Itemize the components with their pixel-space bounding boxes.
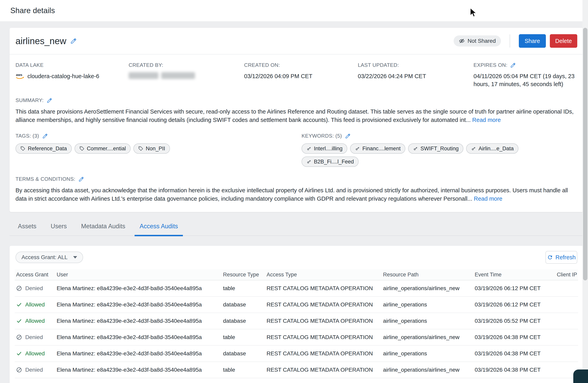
resource-type-cell: database: [223, 318, 267, 324]
col-user: User: [57, 272, 223, 278]
refresh-icon: [547, 254, 553, 260]
access-grant-label: Allowed: [25, 350, 45, 357]
event-time-cell: 03/19/2026 04:38 PM CET: [475, 334, 557, 340]
svg-text:aws: aws: [16, 73, 22, 77]
edit-summary-icon[interactable]: [47, 98, 52, 103]
denied-icon: [16, 367, 22, 373]
access-grant-cell: Allowed: [16, 301, 57, 308]
access-type-cell: REST CATALOG METADATA OPERATION: [267, 285, 383, 292]
allowed-icon: [16, 302, 22, 308]
delete-button[interactable]: Delete: [550, 34, 577, 48]
event-time-cell: 03/19/2026 06:12 PM CET: [475, 285, 557, 292]
resource-path-cell: airline_operations: [383, 318, 475, 324]
aws-logo-icon: aws: [16, 73, 25, 80]
tab-users[interactable]: Users: [46, 223, 72, 235]
access-grant-cell: Denied: [16, 285, 57, 292]
event-time-cell: 03/19/2026 04:38 PM CET: [475, 367, 557, 373]
table-row: Denied Elena Martinez: e8a4239e-e3e2-4d3…: [15, 362, 578, 378]
refresh-button[interactable]: Refresh: [546, 251, 577, 264]
col-event-time: Event Time: [475, 272, 557, 278]
access-grant-label: Allowed: [25, 318, 45, 324]
resource-path-cell: airline_operations/airlines_new: [383, 334, 475, 340]
tag-icon: [20, 146, 25, 151]
summary-read-more-link[interactable]: Read more: [472, 117, 501, 123]
access-grant-label: Denied: [25, 334, 43, 340]
access-type-cell: REST CATALOG METADATA OPERATION: [267, 301, 383, 308]
tag-chip: Non_PII: [133, 143, 170, 154]
data-lake-label: DATA LAKE: [16, 62, 129, 68]
access-type-cell: REST CATALOG METADATA OPERATION: [267, 367, 383, 373]
keyword-chip-label: Airlin....e_Data: [479, 146, 514, 152]
event-time-cell: 03/19/2026 06:12 PM CET: [475, 301, 557, 308]
keyword-chip-label: Interl....illing: [314, 146, 342, 152]
data-lake-value: cloudera-catalog-hue-lake-6: [27, 72, 99, 80]
user-cell: Elena Martinez: e8a4239e-e3e2-4d3f-ba8d-…: [57, 350, 223, 357]
edit-name-icon[interactable]: [70, 38, 77, 44]
share-button[interactable]: Share: [519, 34, 546, 48]
edit-terms-icon[interactable]: [79, 176, 84, 182]
tab-access-audits[interactable]: Access Audits: [135, 223, 183, 235]
allowed-icon: [16, 318, 22, 324]
created-by-field: CREATED BY:: [129, 62, 244, 88]
access-type-cell: REST CATALOG METADATA OPERATION: [267, 318, 383, 324]
expires-on-label: EXPIRES ON:: [474, 62, 507, 68]
resource-type-cell: database: [223, 301, 267, 308]
edit-tags-icon[interactable]: [42, 133, 48, 139]
expires-on-value: 04/11/2026 05:04 PM CET (19 days, 23 hou…: [474, 72, 581, 88]
table-row: Denied Elena Martinez: e8a4239e-e3e2-4d3…: [15, 280, 578, 297]
keywords-label: KEYWORDS: (5): [302, 133, 342, 139]
last-updated-value: 03/22/2026 04:24 PM CET: [358, 72, 474, 80]
created-on-label: CREATED ON:: [244, 62, 358, 68]
user-cell: Elena Martinez: e8a4239e-e3e2-4d3f-ba8d-…: [57, 367, 223, 373]
access-grant-cell: Denied: [16, 367, 57, 373]
key-icon: [306, 159, 312, 164]
tag-chip-label: Commer....ential: [87, 146, 126, 152]
keyword-chip-label: B2B_Fi....l_Feed: [314, 159, 354, 165]
tab-assets[interactable]: Assets: [13, 223, 41, 235]
col-access-grant: Access Grant: [16, 272, 57, 278]
created-on-value: 03/12/2026 04:09 PM CET: [244, 72, 358, 80]
tags-label: TAGS: (3): [16, 133, 39, 139]
access-grant-cell: Allowed: [16, 350, 57, 357]
scrollbar-thumb[interactable]: [583, 28, 588, 280]
keyword-chip: Financ....lement: [350, 143, 405, 154]
last-updated-field: LAST UPDATED: 03/22/2026 04:24 PM CET: [358, 62, 474, 88]
table-row: Allowed Elena Martinez: e8a4239e-e3e2-4d…: [15, 346, 578, 362]
access-grant-cell: Denied: [16, 334, 57, 340]
mouse-cursor-icon: [469, 8, 478, 18]
tag-chip-label: Reference_Data: [28, 146, 67, 152]
edit-expires-icon[interactable]: [510, 63, 516, 68]
created-by-label: CREATED BY:: [129, 62, 244, 68]
resource-type-cell: table: [223, 285, 267, 292]
keyword-chip: SWIFT_Routing: [408, 143, 463, 154]
keyword-chip: Airlin....e_Data: [466, 143, 518, 154]
table-row: Allowed Elena Martinez: e8a4239e-e3e2-4d…: [15, 297, 578, 313]
corner-help-widget[interactable]: [573, 369, 588, 383]
denied-icon: [16, 334, 22, 340]
event-time-cell: 03/19/2026 05:52 PM CET: [475, 318, 557, 324]
access-grant-label: Denied: [25, 285, 43, 292]
resource-type-cell: table: [223, 334, 267, 340]
terms-label: TERMS & CONDITIONS:: [16, 176, 75, 182]
tag-icon: [79, 146, 84, 151]
key-icon: [413, 146, 418, 151]
terms-read-more-link[interactable]: Read more: [474, 195, 502, 202]
created-on-field: CREATED ON: 03/12/2026 04:09 PM CET: [244, 62, 358, 88]
table-row: Allowed Elena Martinez: e8a4239e-e3e2-4d…: [15, 313, 578, 329]
tag-chip-label: Non_PII: [146, 146, 165, 152]
col-resource-type: Resource Type: [223, 272, 267, 278]
key-icon: [471, 146, 476, 151]
denied-icon: [16, 285, 22, 291]
divider: [510, 34, 510, 47]
user-cell: Elena Martinez: e8a4239e-e3e2-4d3f-ba8d-…: [57, 285, 223, 292]
tags-section: TAGS: (3) Reference_Data Commer....entia…: [16, 133, 302, 167]
keywords-section: KEYWORDS: (5) Interl....illing Financ...…: [302, 133, 577, 167]
resource-path-cell: airline_operations/airlines_new: [383, 367, 475, 373]
caret-down-icon: [73, 256, 77, 258]
edit-keywords-icon[interactable]: [345, 133, 351, 139]
tab-metadata-audits[interactable]: Metadata Audits: [76, 223, 130, 235]
access-grant-filter-dropdown[interactable]: Access Grant: ALL: [16, 252, 83, 263]
keyword-chip-label: SWIFT_Routing: [420, 146, 459, 152]
status-badge-label: Not Shared: [467, 38, 496, 44]
tag-chip: Reference_Data: [16, 143, 72, 154]
